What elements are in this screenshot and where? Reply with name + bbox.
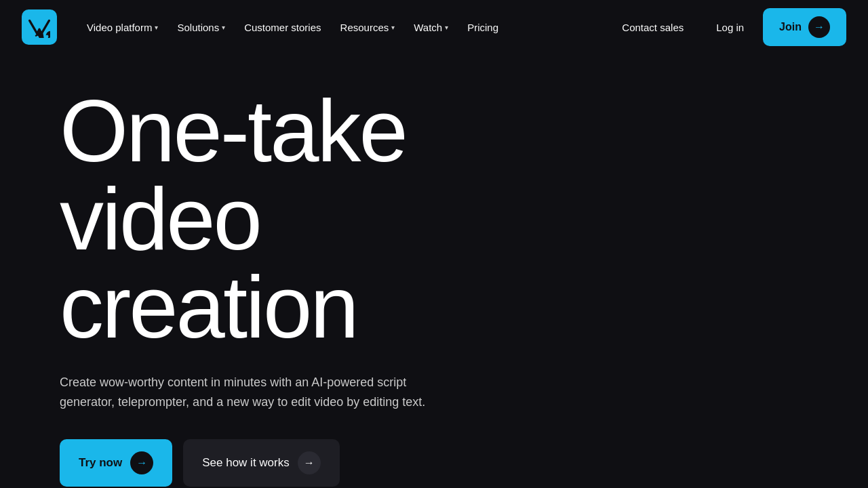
nav-video-platform[interactable]: Video platform ▾ <box>79 16 166 39</box>
arrow-right-icon: → <box>808 16 830 38</box>
nav-solutions[interactable]: Solutions ▾ <box>169 16 233 39</box>
hero-buttons: Try now → See how it works → <box>60 439 808 487</box>
nav-resources[interactable]: Resources ▾ <box>332 16 403 39</box>
chevron-down-icon: ▾ <box>155 24 158 31</box>
nav-customer-stories[interactable]: Customer stories <box>236 16 329 39</box>
hero-section: One-take video creation Create wow-worth… <box>0 54 868 487</box>
hero-title: One-take video creation <box>60 87 808 351</box>
nav-right: Contact sales Log in Join → <box>608 8 846 46</box>
nav-watch[interactable]: Watch ▾ <box>406 16 456 39</box>
login-button[interactable]: Log in <box>703 15 757 40</box>
navbar: Video platform ▾ Solutions ▾ Customer st… <box>0 0 868 54</box>
nav-links: Video platform ▾ Solutions ▾ Customer st… <box>79 16 608 39</box>
chevron-down-icon: ▾ <box>222 24 225 31</box>
arrow-right-icon: → <box>130 451 153 474</box>
chevron-down-icon: ▾ <box>391 24 395 31</box>
chevron-down-icon: ▾ <box>445 24 448 31</box>
contact-sales-button[interactable]: Contact sales <box>608 15 697 40</box>
nav-pricing[interactable]: Pricing <box>459 16 507 39</box>
join-button[interactable]: Join → <box>763 8 846 46</box>
try-now-button[interactable]: Try now → <box>60 439 172 487</box>
logo[interactable] <box>22 9 57 45</box>
arrow-right-icon: → <box>298 451 321 474</box>
see-how-it-works-button[interactable]: See how it works → <box>183 439 340 487</box>
hero-subtitle: Create wow-worthy content in minutes wit… <box>60 373 439 412</box>
